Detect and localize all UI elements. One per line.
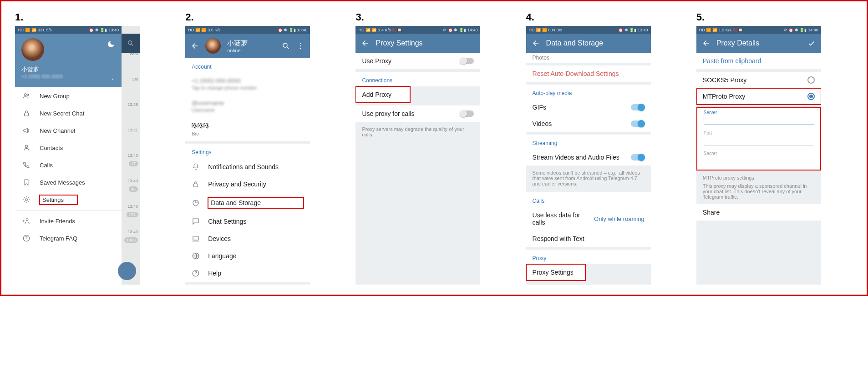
row-reset-auto-download[interactable]: Reset Auto-Download Settings	[526, 65, 651, 82]
row-phone[interactable]: +1 (000) 000-0000Tap to change phone num…	[185, 73, 310, 95]
bookmark-icon	[22, 178, 30, 186]
status-bar: HD📶📶331 B/s ⏰ ✱ 🔋▮13:40	[15, 26, 122, 34]
check-icon[interactable]	[807, 39, 816, 47]
step-4-column: 4. HD 📶 📶603 B/s ⏰ ✱ 🔋▮13:40 Data and St…	[526, 11, 683, 285]
radio-mtproto[interactable]	[807, 93, 815, 100]
gear-icon	[22, 196, 30, 204]
laptop-icon	[192, 235, 200, 243]
row-data-storage[interactable]: Data and Storage	[185, 193, 310, 213]
svg-rect-2	[25, 113, 29, 116]
row-help[interactable]: Help	[185, 265, 310, 282]
toggle-videos[interactable]	[631, 120, 645, 127]
field-server[interactable]: Server	[697, 108, 820, 129]
row-stream[interactable]: Stream Videos and Audio Files	[526, 149, 651, 165]
secret-input[interactable]	[704, 156, 814, 166]
lock-icon	[192, 180, 200, 188]
megaphone-icon	[22, 126, 30, 135]
row-mtproto[interactable]: MTProto Proxy	[696, 88, 821, 105]
proxy-fields-group: Server Port Secret	[696, 107, 821, 170]
row-chat-settings[interactable]: Chat Settings	[185, 213, 310, 230]
help-icon	[22, 234, 30, 242]
svg-rect-12	[194, 184, 198, 187]
svg-point-7	[128, 41, 132, 45]
server-input[interactable]	[704, 115, 814, 125]
row-less-data[interactable]: Use less data for callsOnly while roamin…	[526, 207, 651, 231]
menu-new-secret-chat[interactable]: New Secret Chat	[15, 105, 122, 122]
row-share[interactable]: Share	[696, 204, 821, 221]
search-icon[interactable]	[282, 42, 290, 50]
page-title: Data and Storage	[546, 39, 645, 47]
step-5-column: 5. HD 📶 📶1.2 K/s🚫🔲 ⟳ ⏰ ✱ 🔋▮14:40 Proxy D…	[696, 11, 853, 285]
row-respond-text[interactable]: Respond with Text	[526, 231, 651, 247]
toggle-use-proxy[interactable]	[460, 58, 474, 64]
svg-point-5	[26, 219, 28, 221]
stream-note: Some videos can't be streamed – e.g., al…	[526, 165, 651, 191]
row-use-proxy-calls[interactable]: Use proxy for calls	[355, 105, 480, 122]
drawer-header: 小菠萝 +1 (000) 000-0000	[15, 34, 122, 87]
row-bio[interactable]: 咻咻咻Bio	[185, 117, 310, 141]
row-videos[interactable]: Videos	[526, 115, 651, 132]
phone-screen-1: HD📶📶331 B/s ⏰ ✱ 🔋▮13:40 小菠萝 +1 (000) 000…	[15, 26, 140, 285]
field-port[interactable]: Port	[697, 129, 820, 149]
menu-telegram-faq[interactable]: Telegram FAQ	[15, 230, 122, 247]
toggle-gifs[interactable]	[631, 104, 645, 110]
radio-socks5[interactable]	[807, 76, 815, 84]
menu-settings[interactable]: Settings	[15, 191, 122, 208]
bell-icon	[192, 163, 200, 171]
profile-status: online	[227, 48, 275, 53]
row-proxy-settings[interactable]: Proxy Settings	[526, 264, 585, 281]
add-person-icon	[22, 217, 30, 225]
avatar[interactable]	[21, 38, 44, 61]
more-icon[interactable]	[296, 42, 305, 50]
svg-point-10	[300, 45, 301, 47]
status-bar: HD 📶 📶1.4 K/s🚫🔲 ⟳ ⏰ ✱ 🔋▮14:40	[355, 26, 480, 34]
menu-new-group[interactable]: New Group	[15, 87, 122, 105]
menu-invite-friends[interactable]: Invite Friends	[15, 212, 122, 230]
app-bar: Proxy Details	[696, 34, 821, 53]
row-photos[interactable]: Photos	[526, 53, 651, 63]
row-gifs[interactable]: GIFs	[526, 99, 651, 115]
back-icon[interactable]	[361, 39, 369, 47]
page-title: Proxy Settings	[376, 39, 475, 47]
person-icon	[22, 144, 30, 152]
port-input[interactable]	[704, 135, 814, 145]
back-icon[interactable]	[191, 42, 199, 50]
row-add-proxy[interactable]: Add Proxy	[355, 86, 410, 103]
avatar[interactable]	[205, 38, 221, 54]
chevron-down-icon[interactable]	[110, 76, 115, 82]
svg-rect-14	[193, 236, 198, 240]
people-icon	[22, 92, 30, 100]
row-devices[interactable]: Devices	[185, 230, 310, 247]
chat-list-dimmed: Wed Sat 13:28 13:21 13:40 17 13:40 45 13…	[122, 26, 140, 285]
row-username[interactable]: @usernameUsername	[185, 95, 310, 117]
section-streaming: Streaming	[526, 135, 651, 149]
menu-saved-messages[interactable]: Saved Messages	[15, 174, 122, 191]
status-bar: HD 📶 📶1.2 K/s🚫🔲 ⟳ ⏰ ✱ 🔋▮14:40	[696, 26, 821, 34]
row-socks5[interactable]: SOCKS5 Proxy	[696, 72, 821, 88]
menu-calls[interactable]: Calls	[15, 156, 122, 174]
menu-new-channel[interactable]: New Channel	[15, 122, 122, 139]
row-language[interactable]: Language	[185, 247, 310, 265]
user-name: 小菠萝	[21, 65, 115, 74]
menu-contacts[interactable]: Contacts	[15, 139, 122, 156]
field-secret[interactable]: Secret	[697, 149, 820, 170]
section-settings: Settings	[185, 144, 310, 158]
row-paste-clipboard[interactable]: Paste from clipboard	[696, 53, 821, 69]
section-autoplay: Auto-play media	[526, 85, 651, 99]
search-button[interactable]	[122, 34, 140, 53]
night-mode-icon[interactable]	[107, 40, 115, 48]
less-data-value: Only while roaming	[594, 216, 645, 222]
svg-point-3	[25, 145, 27, 147]
row-use-proxy[interactable]: Use Proxy	[355, 53, 480, 69]
row-privacy[interactable]: Privacy and Security	[185, 175, 310, 193]
toggle-proxy-calls[interactable]	[460, 110, 474, 117]
svg-point-11	[300, 48, 301, 49]
drawer-menu: New Group New Secret Chat New Channel Co…	[15, 87, 122, 285]
back-icon[interactable]	[702, 39, 710, 47]
back-icon[interactable]	[532, 39, 540, 47]
status-bar: HD 📶 📶3.5 K/s ⏰ ✱ 🔋▮13:40	[185, 26, 310, 34]
row-notifications[interactable]: Notifications and Sounds	[185, 158, 310, 175]
app-bar: Data and Storage	[526, 34, 651, 53]
toggle-stream[interactable]	[631, 154, 645, 160]
compose-fab[interactable]	[118, 262, 136, 280]
